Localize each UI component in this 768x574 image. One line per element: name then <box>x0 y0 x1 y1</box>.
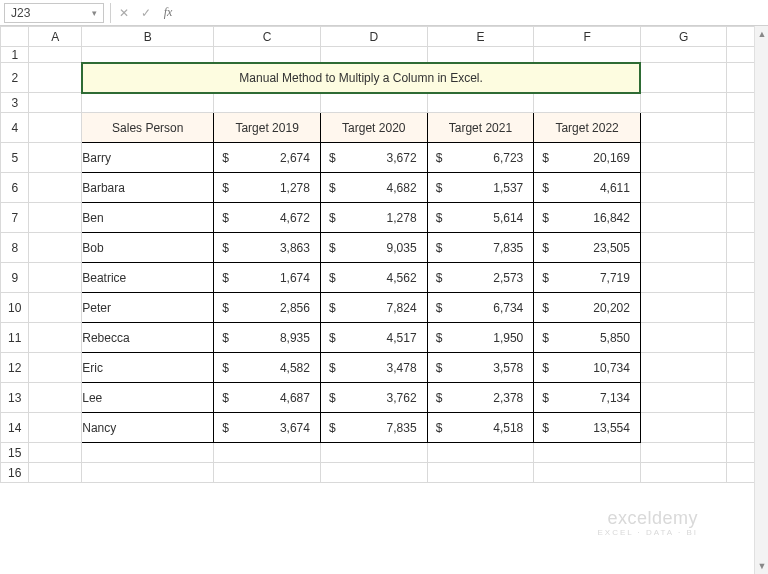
cell-target-2021[interactable]: $2,573 <box>427 263 534 293</box>
row-header[interactable]: 10 <box>1 293 29 323</box>
cell-sales-person[interactable]: Beatrice <box>82 263 214 293</box>
row-header[interactable]: 8 <box>1 233 29 263</box>
cell-target-2019[interactable]: $4,687 <box>214 383 321 413</box>
cell-target-2021[interactable]: $4,518 <box>427 413 534 443</box>
cell-sales-person[interactable]: Barry <box>82 143 214 173</box>
cell-target-2020[interactable]: $1,278 <box>320 203 427 233</box>
cell-target-2019[interactable]: $1,674 <box>214 263 321 293</box>
fx-button[interactable]: fx <box>157 3 179 23</box>
cell-target-2019[interactable]: $1,278 <box>214 173 321 203</box>
page-title[interactable]: Manual Method to Multiply a Column in Ex… <box>82 63 641 93</box>
cell-target-2019[interactable]: $3,674 <box>214 413 321 443</box>
col-header-A[interactable]: A <box>29 27 82 47</box>
row-header[interactable]: 7 <box>1 203 29 233</box>
row-header[interactable]: 15 <box>1 443 29 463</box>
cell-sales-person[interactable]: Eric <box>82 353 214 383</box>
amount: 6,723 <box>493 151 523 165</box>
cell-target-2020[interactable]: $4,517 <box>320 323 427 353</box>
row-header[interactable]: 5 <box>1 143 29 173</box>
cell-target-2020[interactable]: $4,562 <box>320 263 427 293</box>
col-header-B[interactable]: B <box>82 27 214 47</box>
col-header-F[interactable]: F <box>534 27 641 47</box>
formula-input[interactable] <box>179 3 768 23</box>
cell-target-2021[interactable]: $2,378 <box>427 383 534 413</box>
currency-value: $7,719 <box>534 263 640 292</box>
name-box[interactable]: J23 ▾ <box>4 3 104 23</box>
col-header-D[interactable]: D <box>320 27 427 47</box>
row-header[interactable]: 14 <box>1 413 29 443</box>
select-all-corner[interactable] <box>1 27 29 47</box>
cell-target-2021[interactable]: $6,734 <box>427 293 534 323</box>
table-header-2019[interactable]: Target 2019 <box>214 113 321 143</box>
currency-value: $3,672 <box>321 143 427 172</box>
cell-sales-person[interactable]: Bob <box>82 233 214 263</box>
cell-sales-person[interactable]: Barbara <box>82 173 214 203</box>
row-header[interactable]: 2 <box>1 63 29 93</box>
cell-target-2021[interactable]: $7,835 <box>427 233 534 263</box>
cell-target-2019[interactable]: $4,582 <box>214 353 321 383</box>
cell-target-2021[interactable]: $3,578 <box>427 353 534 383</box>
row-header[interactable]: 3 <box>1 93 29 113</box>
currency-value: $3,478 <box>321 353 427 382</box>
cell-target-2022[interactable]: $23,505 <box>534 233 641 263</box>
table-header-sales-person[interactable]: Sales Person <box>82 113 214 143</box>
cell-target-2020[interactable]: $3,672 <box>320 143 427 173</box>
col-header-E[interactable]: E <box>427 27 534 47</box>
cell-target-2019[interactable]: $8,935 <box>214 323 321 353</box>
cell-target-2020[interactable]: $3,762 <box>320 383 427 413</box>
cell-target-2021[interactable]: $1,950 <box>427 323 534 353</box>
cell-sales-person[interactable]: Rebecca <box>82 323 214 353</box>
cell-target-2020[interactable]: $3,478 <box>320 353 427 383</box>
cell-sales-person[interactable]: Nancy <box>82 413 214 443</box>
cell-target-2022[interactable]: $4,611 <box>534 173 641 203</box>
cell-target-2022[interactable]: $13,554 <box>534 413 641 443</box>
cell-target-2019[interactable]: $2,674 <box>214 143 321 173</box>
cell-target-2021[interactable]: $6,723 <box>427 143 534 173</box>
cell-target-2022[interactable]: $16,842 <box>534 203 641 233</box>
confirm-button[interactable]: ✓ <box>135 3 157 23</box>
table-header-2020[interactable]: Target 2020 <box>320 113 427 143</box>
cell-target-2021[interactable]: $1,537 <box>427 173 534 203</box>
cell-target-2019[interactable]: $3,863 <box>214 233 321 263</box>
cell-target-2022[interactable]: $10,734 <box>534 353 641 383</box>
cell-target-2020[interactable]: $7,824 <box>320 293 427 323</box>
cell-target-2021[interactable]: $5,614 <box>427 203 534 233</box>
cancel-button[interactable]: ✕ <box>113 3 135 23</box>
spreadsheet-grid[interactable]: A B C D E F G 1 2 Manual Method to Multi… <box>0 26 768 483</box>
cell-sales-person[interactable]: Ben <box>82 203 214 233</box>
table-header-2022[interactable]: Target 2022 <box>534 113 641 143</box>
dollar-icon: $ <box>542 391 549 405</box>
cell-target-2019[interactable]: $4,672 <box>214 203 321 233</box>
cell-target-2020[interactable]: $7,835 <box>320 413 427 443</box>
row-header[interactable]: 12 <box>1 353 29 383</box>
cell-target-2020[interactable]: $9,035 <box>320 233 427 263</box>
scroll-down-button[interactable]: ▼ <box>755 558 768 574</box>
col-header-C[interactable]: C <box>214 27 321 47</box>
formula-bar: J23 ▾ ✕ ✓ fx <box>0 0 768 26</box>
row-header[interactable]: 6 <box>1 173 29 203</box>
row-header[interactable]: 9 <box>1 263 29 293</box>
vertical-scrollbar[interactable]: ▲ ▼ <box>754 26 768 574</box>
currency-value: $4,517 <box>321 323 427 352</box>
cell-sales-person[interactable]: Lee <box>82 383 214 413</box>
cell-sales-person[interactable]: Peter <box>82 293 214 323</box>
row-header[interactable]: 1 <box>1 47 29 63</box>
currency-value: $1,674 <box>214 263 320 292</box>
cell-target-2020[interactable]: $4,682 <box>320 173 427 203</box>
row-header[interactable]: 4 <box>1 113 29 143</box>
cell-target-2022[interactable]: $20,169 <box>534 143 641 173</box>
cell-target-2022[interactable]: $20,202 <box>534 293 641 323</box>
cell-target-2022[interactable]: $7,134 <box>534 383 641 413</box>
currency-value: $5,614 <box>428 203 534 232</box>
scroll-up-button[interactable]: ▲ <box>755 26 768 42</box>
cell-target-2019[interactable]: $2,856 <box>214 293 321 323</box>
cell-target-2022[interactable]: $5,850 <box>534 323 641 353</box>
cell-target-2022[interactable]: $7,719 <box>534 263 641 293</box>
col-header-G[interactable]: G <box>640 27 726 47</box>
row-header[interactable]: 11 <box>1 323 29 353</box>
row-header[interactable]: 13 <box>1 383 29 413</box>
table-header-2021[interactable]: Target 2021 <box>427 113 534 143</box>
dollar-icon: $ <box>222 241 229 255</box>
row-header[interactable]: 16 <box>1 463 29 483</box>
dollar-icon: $ <box>542 271 549 285</box>
